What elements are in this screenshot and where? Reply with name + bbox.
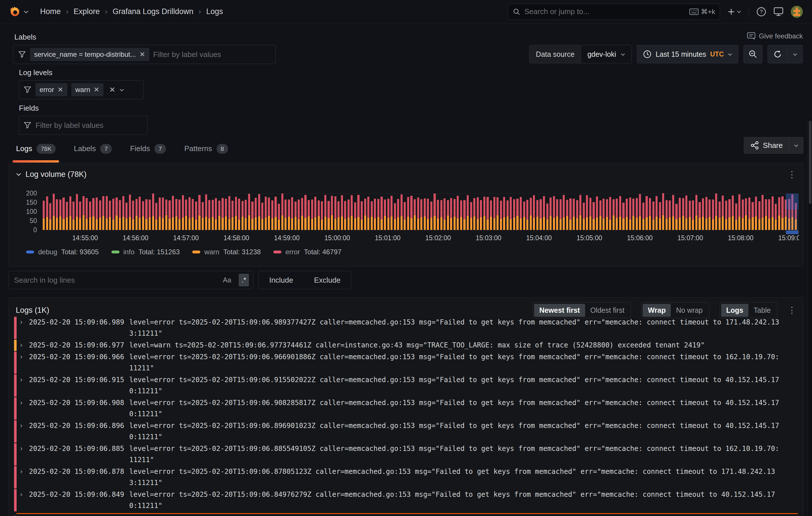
log-volume-bar[interactable] bbox=[390, 196, 393, 230]
help-button[interactable]: ? bbox=[756, 7, 766, 17]
log-volume-bar[interactable] bbox=[225, 199, 227, 230]
log-volume-bar[interactable] bbox=[761, 195, 763, 230]
tab-labels[interactable]: Labels7 bbox=[74, 141, 112, 163]
panel-menu-icon[interactable]: ⋮ bbox=[788, 172, 796, 178]
log-volume-bar[interactable] bbox=[639, 194, 641, 230]
log-volume-bar[interactable] bbox=[374, 199, 376, 230]
log-volume-bar[interactable] bbox=[59, 199, 61, 230]
log-volume-bar[interactable] bbox=[503, 197, 505, 230]
tab-patterns[interactable]: Patterns8 bbox=[184, 141, 228, 163]
log-volume-bar[interactable] bbox=[732, 195, 734, 230]
log-volume-bar[interactable] bbox=[331, 196, 333, 230]
log-volume-bar[interactable] bbox=[556, 199, 558, 230]
log-volume-bar[interactable] bbox=[533, 195, 535, 230]
log-volume-bar[interactable] bbox=[367, 197, 369, 230]
regex-button[interactable]: .* bbox=[239, 274, 249, 287]
log-volume-bar[interactable] bbox=[155, 203, 157, 230]
log-volume-bar[interactable] bbox=[215, 198, 217, 230]
log-volume-bar[interactable] bbox=[182, 195, 184, 230]
log-volume-bar[interactable] bbox=[606, 199, 608, 230]
log-volume-bar[interactable] bbox=[72, 201, 75, 230]
log-volume-bar[interactable] bbox=[632, 199, 634, 230]
breadcrumb-item[interactable]: Home bbox=[40, 7, 61, 16]
log-volume-bar[interactable] bbox=[288, 199, 290, 230]
log-volume-bar[interactable] bbox=[139, 197, 141, 230]
log-volume-bar[interactable] bbox=[682, 198, 684, 230]
log-volume-bar[interactable] bbox=[447, 200, 449, 230]
log-volume-bar[interactable] bbox=[106, 196, 108, 230]
log-volume-bar[interactable] bbox=[66, 202, 68, 230]
expand-row-chevron-icon[interactable]: › bbox=[19, 489, 29, 511]
log-volume-bar[interactable] bbox=[427, 199, 429, 230]
log-volume-bar[interactable] bbox=[526, 200, 528, 230]
log-row[interactable]: ›2025-02-20 15:09:06.885level=error ts=2… bbox=[14, 443, 800, 466]
log-volume-bar[interactable] bbox=[420, 199, 422, 230]
log-volume-bar[interactable] bbox=[616, 199, 618, 230]
log-volume-bar[interactable] bbox=[768, 199, 770, 230]
log-volume-bar[interactable] bbox=[659, 202, 661, 230]
log-volume-bar[interactable] bbox=[311, 199, 313, 230]
legend-item-info[interactable]: infoTotal: 151263 bbox=[112, 248, 180, 256]
log-volume-bar[interactable] bbox=[43, 201, 45, 230]
log-row[interactable]: ›2025-02-20 15:09:06.977level=warn ts=20… bbox=[14, 340, 800, 351]
log-volume-bar[interactable] bbox=[218, 201, 220, 230]
log-volume-bar[interactable] bbox=[738, 194, 741, 230]
expand-row-chevron-icon[interactable]: › bbox=[19, 340, 29, 351]
collapse-chevron-icon[interactable] bbox=[16, 172, 22, 176]
log-volume-bar[interactable] bbox=[778, 197, 780, 230]
share-button[interactable]: Share bbox=[744, 137, 789, 153]
log-volume-bar[interactable] bbox=[540, 199, 542, 230]
remove-level-filter-icon[interactable]: ✕ bbox=[58, 86, 63, 94]
log-volume-bar[interactable] bbox=[460, 200, 462, 230]
log-volume-bar[interactable] bbox=[652, 201, 655, 230]
log-volume-bar[interactable] bbox=[285, 199, 287, 230]
log-volume-bar[interactable] bbox=[490, 200, 492, 230]
refresh-button[interactable] bbox=[768, 45, 787, 63]
exclude-button[interactable]: Exclude bbox=[314, 276, 341, 284]
log-volume-bar[interactable] bbox=[404, 202, 406, 230]
log-volume-bar[interactable] bbox=[550, 197, 552, 230]
log-volume-bar[interactable] bbox=[132, 201, 134, 230]
log-volume-bar[interactable] bbox=[83, 196, 85, 230]
log-volume-bar[interactable] bbox=[576, 200, 578, 230]
log-volume-bar[interactable] bbox=[115, 197, 117, 230]
refresh-interval-chevron[interactable] bbox=[787, 45, 803, 63]
logs-panel-menu-icon[interactable]: ⋮ bbox=[788, 307, 796, 313]
log-volume-bar[interactable] bbox=[248, 194, 250, 230]
log-volume-bar[interactable] bbox=[162, 197, 164, 230]
log-volume-bar[interactable] bbox=[258, 194, 260, 230]
log-volume-bar[interactable] bbox=[294, 201, 296, 230]
view-option-table[interactable]: Table bbox=[748, 304, 776, 317]
log-volume-bar[interactable] bbox=[450, 198, 452, 230]
log-volume-bar[interactable] bbox=[579, 195, 581, 230]
log-volume-bar[interactable] bbox=[669, 200, 671, 230]
datasource-picker[interactable]: Data source gdev-loki bbox=[529, 45, 632, 63]
log-volume-bar[interactable] bbox=[377, 199, 379, 230]
log-volume-bar[interactable] bbox=[222, 198, 224, 230]
log-volume-bar[interactable] bbox=[112, 199, 114, 230]
log-volume-bar[interactable] bbox=[520, 197, 522, 230]
log-volume-bar[interactable] bbox=[440, 200, 442, 230]
log-volume-bar[interactable] bbox=[79, 201, 81, 230]
log-volume-bar[interactable] bbox=[629, 197, 631, 230]
log-volume-bar[interactable] bbox=[719, 201, 721, 230]
log-volume-bar[interactable] bbox=[622, 203, 624, 230]
log-volume-bar[interactable] bbox=[672, 195, 674, 230]
log-volume-bar[interactable] bbox=[569, 198, 571, 230]
log-volume-bar[interactable] bbox=[165, 199, 167, 230]
log-volume-bar[interactable] bbox=[414, 199, 416, 230]
log-volume-bar[interactable] bbox=[708, 199, 710, 230]
log-volume-bar[interactable] bbox=[86, 198, 88, 230]
log-volume-bar[interactable] bbox=[99, 200, 101, 230]
log-row[interactable]: ›2025-02-20 15:09:06.908level=error ts=2… bbox=[14, 397, 800, 420]
log-volume-bar[interactable] bbox=[483, 197, 485, 230]
log-volume-bar[interactable] bbox=[523, 201, 525, 230]
log-volume-bar[interactable] bbox=[589, 198, 591, 230]
log-volume-bar[interactable] bbox=[354, 202, 356, 230]
log-volume-bar[interactable] bbox=[543, 196, 545, 230]
log-volume-bar[interactable] bbox=[649, 198, 651, 230]
log-volume-bar[interactable] bbox=[592, 202, 594, 230]
log-volume-bar[interactable] bbox=[175, 199, 177, 230]
log-volume-bar[interactable] bbox=[122, 196, 124, 230]
log-volume-bar[interactable] bbox=[467, 195, 469, 230]
